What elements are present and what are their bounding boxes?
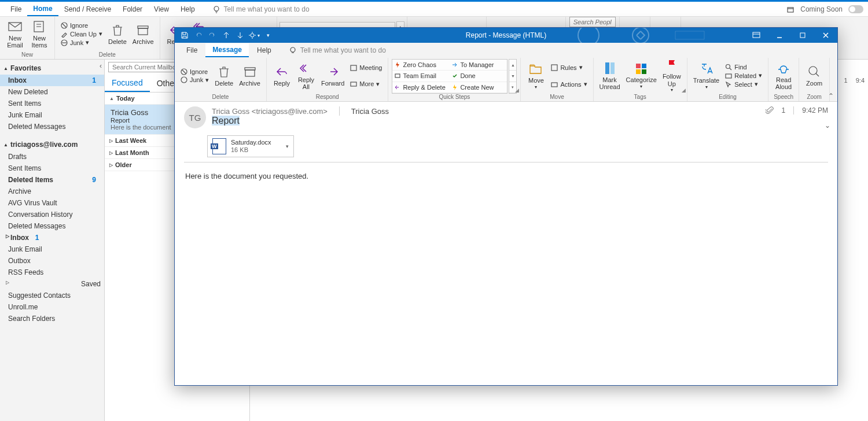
nav-junk2[interactable]: Junk Email <box>0 243 104 255</box>
minimize-button[interactable] <box>768 28 791 43</box>
nav-suggested[interactable]: Suggested Contacts <box>0 290 104 301</box>
popup-move-button[interactable]: Move▾ <box>524 61 547 90</box>
next-item-button[interactable] <box>234 29 247 42</box>
nav-rss[interactable]: RSS Feeds <box>0 267 104 278</box>
ribbon-display-button[interactable] <box>745 28 768 43</box>
popup-tell-me[interactable]: Tell me what you want to do <box>289 46 386 54</box>
svg-rect-41 <box>726 74 731 78</box>
lightbulb-icon <box>289 46 297 54</box>
junk-button[interactable]: Junk ▾ <box>58 38 105 47</box>
nav-unroll[interactable]: Unroll.me <box>0 301 104 313</box>
coming-soon-label[interactable]: Coming Soon <box>800 5 843 13</box>
redo-button[interactable] <box>206 29 219 42</box>
nav-sent[interactable]: Sent Items <box>0 98 104 109</box>
nav-deleted-items[interactable]: Deleted Items9 <box>0 174 104 186</box>
tell-me-search[interactable]: Tell me what you want to do <box>212 5 310 13</box>
popup-tab-message[interactable]: Message <box>205 43 249 57</box>
qs-team-email[interactable]: Team Email <box>392 71 450 82</box>
popup-rules-button[interactable]: Rules ▾ <box>549 63 589 72</box>
qs-done[interactable]: Done <box>450 71 507 82</box>
popup-related-button[interactable]: Related ▾ <box>723 71 764 80</box>
popup-delete-button[interactable]: Delete <box>212 64 236 88</box>
favorites-header[interactable]: ▲Favorites <box>0 62 100 75</box>
nav-conv-history[interactable]: Conversation History <box>0 209 104 220</box>
maximize-button[interactable] <box>791 28 814 43</box>
attachment-item[interactable]: Saturday.docx 16 KB ▾ <box>207 135 294 157</box>
nav-deleted-msgs[interactable]: Deleted Messages <box>0 121 104 132</box>
ignore-button[interactable]: Ignore <box>58 21 105 29</box>
search-people-input[interactable] <box>569 17 616 27</box>
tab-send-receive[interactable]: Send / Receive <box>58 3 117 16</box>
undo-button[interactable] <box>192 29 205 42</box>
nav-deleted-msgs2[interactable]: Deleted Messages <box>0 220 104 232</box>
popup-find-button[interactable]: Find <box>723 63 764 71</box>
tags-dialog-launcher[interactable]: ◢ <box>682 87 686 93</box>
expand-header-button[interactable]: ⌄ <box>825 121 830 130</box>
popup-translate-button[interactable]: Translate▾ <box>691 61 722 90</box>
popup-titlebar[interactable]: ▾ ▾ Report - Message (HTML) <box>175 28 837 43</box>
tab-file[interactable]: File <box>5 3 27 16</box>
popup-junk-button[interactable]: Junk ▾ <box>178 76 211 84</box>
tab-focused[interactable]: Focused <box>105 75 150 92</box>
popup-reply-all-button[interactable]: Reply All <box>295 60 318 91</box>
attachment-dropdown[interactable]: ▾ <box>286 143 289 149</box>
tab-home[interactable]: Home <box>27 2 58 16</box>
popup-more-button[interactable]: More ▾ <box>348 80 384 88</box>
popup-followup-button[interactable]: Follow Up▾ <box>660 58 683 93</box>
new-items-button[interactable]: New Items <box>28 19 51 50</box>
nav-search-folders[interactable]: Search Folders <box>0 313 104 324</box>
new-email-button[interactable]: New Email <box>3 19 27 50</box>
qat-more-button[interactable]: ▾ <box>248 29 260 42</box>
qs-to-manager[interactable]: To Manager <box>450 60 507 71</box>
nav-sent2[interactable]: Sent Items <box>0 163 104 174</box>
new-items-icon <box>31 20 47 34</box>
close-button[interactable] <box>814 28 837 43</box>
account-header[interactable]: ▲triciagoss@live.com <box>0 138 104 151</box>
cleanup-button[interactable]: Clean Up ▾ <box>58 29 105 38</box>
qs-reply-delete[interactable]: Reply & Delete <box>392 82 450 93</box>
coming-soon-toggle[interactable] <box>848 5 863 13</box>
qs-create-new[interactable]: Create New <box>450 82 507 93</box>
save-button[interactable] <box>178 29 191 42</box>
popup-forward-button[interactable]: Forward <box>319 64 347 88</box>
qs-zero-chaos[interactable]: Zero Chaos <box>392 60 450 71</box>
cursor-icon <box>725 81 732 88</box>
nav-avg[interactable]: AVG Virus Vault <box>0 197 104 209</box>
popup-ignore-button[interactable]: Ignore <box>178 68 211 76</box>
collapse-ribbon-button[interactable]: ⌃ <box>828 92 834 100</box>
archive-button[interactable]: Archive <box>130 22 156 46</box>
delete-button[interactable]: Delete <box>106 22 129 46</box>
popup-categorize-button[interactable]: Categorize▾ <box>624 61 659 90</box>
popup-actions-button[interactable]: Actions ▾ <box>549 80 589 88</box>
prev-item-button[interactable] <box>220 29 233 42</box>
nav-saved[interactable]: ▷Saved <box>0 278 104 290</box>
popup-archive-button[interactable]: Archive <box>237 64 263 88</box>
popup-zoom-button[interactable]: Zoom <box>803 64 826 88</box>
search-icon <box>725 64 732 71</box>
tab-folder[interactable]: Folder <box>117 3 148 16</box>
ignore-icon <box>61 22 68 29</box>
nav-inbox[interactable]: Inbox1 <box>0 75 104 86</box>
nav-drafts[interactable]: Drafts <box>0 151 104 163</box>
popup-select-button[interactable]: Select ▾ <box>723 80 764 88</box>
popup-meeting-button[interactable]: Meeting <box>348 64 384 72</box>
nav-inbox2[interactable]: ▷Inbox 1 <box>0 232 104 243</box>
popup-reply-button[interactable]: Reply <box>270 64 293 88</box>
sender-avatar[interactable]: TG <box>184 106 206 128</box>
nav-junk[interactable]: Junk Email <box>0 109 104 121</box>
reply-all-icon <box>299 61 313 75</box>
nav-outbox[interactable]: Outbox <box>0 255 104 267</box>
collapse-nav-icon[interactable]: ‹ <box>100 62 102 70</box>
popup-tab-help[interactable]: Help <box>250 44 278 57</box>
nav-archive[interactable]: Archive <box>0 186 104 197</box>
popup-tell-me-label: Tell me what you want to do <box>300 46 386 54</box>
nav-new-deleted[interactable]: New Deleted <box>0 86 104 98</box>
popup-tab-file[interactable]: File <box>179 44 204 57</box>
popup-read-aloud-button[interactable]: Read Aloud <box>772 60 795 91</box>
quick-steps-gallery[interactable]: Zero Chaos To Manager Team Email Done Re… <box>392 59 507 94</box>
qat-customize-button[interactable]: ▾ <box>262 29 274 42</box>
popup-mark-unread-button[interactable]: Mark Unread <box>597 60 623 91</box>
tab-help[interactable]: Help <box>175 3 201 16</box>
qs-dialog-launcher[interactable]: ◢ <box>515 87 519 93</box>
tab-view[interactable]: View <box>148 3 175 16</box>
